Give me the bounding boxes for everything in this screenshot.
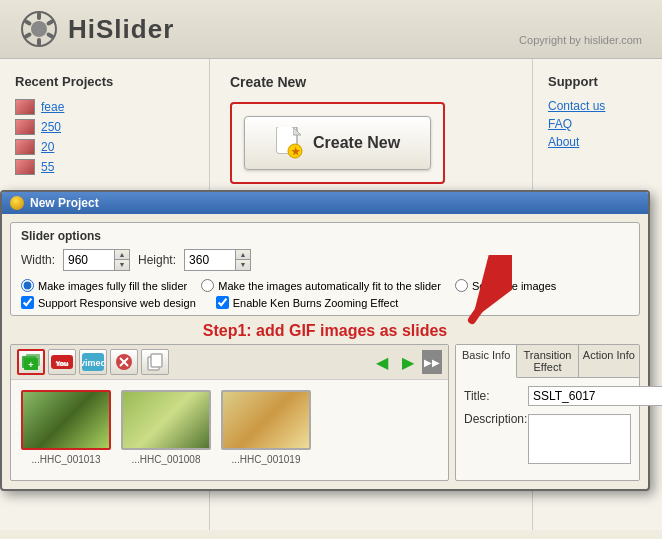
dialog-body: Slider options Width: ▲ ▼ Height: xyxy=(2,214,648,489)
dialog-title-icon xyxy=(10,196,24,210)
document-icon: ★ xyxy=(275,127,303,159)
desc-field-label: Description: xyxy=(464,412,524,426)
svg-rect-5 xyxy=(37,38,41,46)
info-content: Title: Description: xyxy=(456,378,639,478)
slide-thumb-3[interactable]: ...HHC_001019 xyxy=(221,390,311,470)
about-link[interactable]: About xyxy=(548,133,647,151)
add-image-icon: + xyxy=(22,354,40,370)
nav-prev-button[interactable]: ◀ xyxy=(370,350,394,374)
radio-fill-label: Make images fully fill the slider xyxy=(38,280,187,292)
svg-rect-2 xyxy=(37,12,41,20)
thumb-img-1 xyxy=(21,390,111,450)
height-spin-down[interactable]: ▼ xyxy=(236,260,250,270)
create-new-button[interactable]: ★ Create New xyxy=(244,116,431,170)
slider-options-section: Slider options Width: ▲ ▼ Height: xyxy=(10,222,640,316)
add-vimeo-button[interactable]: vimeo xyxy=(79,349,107,375)
radio-fit-label: Make the images automatically fit to the… xyxy=(218,280,441,292)
slide-thumb-2[interactable]: ...HHC_001008 xyxy=(121,390,211,470)
width-label: Width: xyxy=(21,253,55,267)
add-youtube-button[interactable]: You You Tube xyxy=(48,349,76,375)
thumb-icon xyxy=(15,139,35,155)
title-input[interactable] xyxy=(528,386,662,406)
copyright-text: Copyright by hislider.com xyxy=(519,34,642,48)
svg-text:★: ★ xyxy=(291,146,301,157)
create-new-box: ★ Create New xyxy=(230,102,445,184)
width-spin-buttons: ▲ ▼ xyxy=(114,250,129,270)
nav-more-button[interactable]: ▶▶ xyxy=(422,350,442,374)
youtube-icon: You You Tube xyxy=(51,354,73,370)
slide-panel: + You You Tube xyxy=(10,344,449,481)
radio-row-fill: Make images fully fill the slider Make t… xyxy=(21,279,629,292)
width-input[interactable] xyxy=(64,251,114,269)
info-panel: Basic Info Transition Effect Action Info… xyxy=(455,344,640,481)
info-tabs: Basic Info Transition Effect Action Info xyxy=(456,345,639,378)
contact-us-link[interactable]: Contact us xyxy=(548,97,647,115)
header: HiSlider Copyright by hislider.com xyxy=(0,0,662,59)
kenburns-checkbox[interactable] xyxy=(216,296,229,309)
tab-action-info[interactable]: Action Info xyxy=(579,345,639,377)
kenburns-checkbox-item: Enable Ken Burns Zooming Effect xyxy=(216,296,399,309)
svg-rect-27 xyxy=(151,354,162,367)
recent-item-20[interactable]: 20 xyxy=(15,137,194,157)
sidebar-title: Recent Projects xyxy=(15,74,194,89)
step-label: Step1: add GIF images as slides xyxy=(10,322,640,340)
thumb-icon xyxy=(15,99,35,115)
dialog-main: + You You Tube xyxy=(10,344,640,481)
logo-area: HiSlider xyxy=(20,10,174,48)
nav-next-button[interactable]: ▶ xyxy=(396,350,420,374)
checkbox-row: Support Responsive web design Enable Ken… xyxy=(21,296,629,309)
support-title: Support xyxy=(548,74,647,89)
height-input-group: ▲ ▼ xyxy=(184,249,251,271)
tab-transition-effect[interactable]: Transition Effect xyxy=(517,345,578,377)
tab-basic-info[interactable]: Basic Info xyxy=(456,345,517,378)
logo-icon xyxy=(20,10,58,48)
vimeo-icon: vimeo xyxy=(82,353,104,371)
radio-fill[interactable] xyxy=(21,279,34,292)
create-new-title: Create New xyxy=(230,74,512,90)
svg-text:Tube: Tube xyxy=(55,361,69,367)
copy-button[interactable] xyxy=(141,349,169,375)
thumb-icon xyxy=(15,119,35,135)
copy-icon xyxy=(146,353,164,371)
title-field-label: Title: xyxy=(464,389,524,403)
responsive-label: Support Responsive web design xyxy=(38,297,196,309)
thumb-label-1: ...HHC_001013 xyxy=(32,454,101,465)
recent-item-250[interactable]: 250 xyxy=(15,117,194,137)
responsive-checkbox[interactable] xyxy=(21,296,34,309)
width-spin-down[interactable]: ▼ xyxy=(115,260,129,270)
desc-field-row: Description: xyxy=(464,412,631,464)
thumb-label-3: ...HHC_001019 xyxy=(232,454,301,465)
thumb-img-3 xyxy=(221,390,311,450)
dimension-row: Width: ▲ ▼ Height: ▲ xyxy=(21,249,629,271)
add-image-button[interactable]: + xyxy=(17,349,45,375)
radio-fit[interactable] xyxy=(201,279,214,292)
height-input[interactable] xyxy=(185,251,235,269)
logo-text: HiSlider xyxy=(68,14,174,45)
radio-scale[interactable] xyxy=(455,279,468,292)
height-spin-up[interactable]: ▲ xyxy=(236,250,250,260)
new-project-dialog: New Project Slider options Width: ▲ ▼ xyxy=(0,190,650,491)
thumb-img-2 xyxy=(121,390,211,450)
delete-button[interactable] xyxy=(110,349,138,375)
slide-thumbnails: ...HHC_001013 ...HHC_001008 xyxy=(11,380,448,480)
create-new-button-label: Create New xyxy=(313,134,400,152)
recent-item-feae[interactable]: feae xyxy=(15,97,194,117)
width-spin-up[interactable]: ▲ xyxy=(115,250,129,260)
app-window: HiSlider Copyright by hislider.com Recen… xyxy=(0,0,662,539)
radio-scale-label: Scale the images xyxy=(472,280,556,292)
height-spin-buttons: ▲ ▼ xyxy=(235,250,250,270)
dialog-titlebar: New Project xyxy=(2,192,648,214)
thumb-icon xyxy=(15,159,35,175)
slide-toolbar: + You You Tube xyxy=(11,345,448,380)
svg-point-1 xyxy=(31,21,47,37)
responsive-checkbox-item: Support Responsive web design xyxy=(21,296,196,309)
slide-thumb-1[interactable]: ...HHC_001013 xyxy=(21,390,111,470)
faq-link[interactable]: FAQ xyxy=(548,115,647,133)
description-textarea[interactable] xyxy=(528,414,631,464)
recent-item-55[interactable]: 55 xyxy=(15,157,194,177)
dialog-title: New Project xyxy=(30,196,99,210)
width-input-group: ▲ ▼ xyxy=(63,249,130,271)
height-label: Height: xyxy=(138,253,176,267)
svg-text:vimeo: vimeo xyxy=(82,358,104,368)
slider-options-title: Slider options xyxy=(21,229,629,243)
